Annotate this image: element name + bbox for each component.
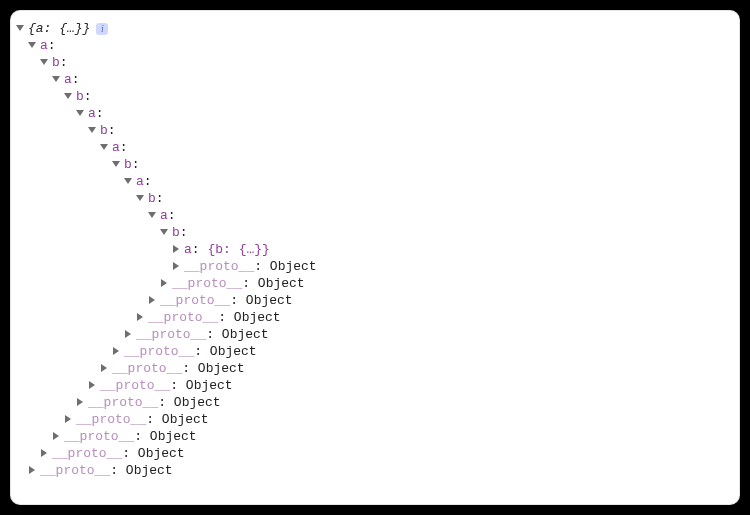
proto-value: Object (210, 344, 257, 359)
chevron-down-icon[interactable] (64, 93, 72, 99)
tree-row[interactable]: __proto__: Object (16, 343, 734, 360)
colon: : (180, 225, 188, 240)
tree-row[interactable]: b: (16, 156, 734, 173)
colon: : (48, 38, 56, 53)
proto-value: Object (138, 446, 185, 461)
chevron-right-icon[interactable] (173, 245, 179, 253)
tree-row[interactable]: b: (16, 224, 734, 241)
tree-row[interactable]: a: (16, 71, 734, 88)
colon: : (146, 412, 162, 427)
chevron-down-icon[interactable] (88, 127, 96, 133)
chevron-right-icon[interactable] (149, 296, 155, 304)
tree-row[interactable]: {a: {…}}i (16, 20, 734, 37)
chevron-right-icon[interactable] (89, 381, 95, 389)
property-key: a (40, 38, 48, 53)
colon: : (206, 327, 222, 342)
tree-row[interactable]: __proto__: Object (16, 360, 734, 377)
colon: : (192, 242, 208, 257)
tree-row[interactable]: a: (16, 37, 734, 54)
tree-row[interactable]: __proto__: Object (16, 445, 734, 462)
chevron-down-icon[interactable] (28, 42, 36, 48)
colon: : (96, 106, 104, 121)
colon: : (242, 276, 258, 291)
proto-value: Object (198, 361, 245, 376)
colon: : (156, 191, 164, 206)
colon: : (108, 123, 116, 138)
tree-row[interactable]: __proto__: Object (16, 462, 734, 479)
chevron-right-icon[interactable] (137, 313, 143, 321)
chevron-right-icon[interactable] (161, 279, 167, 287)
colon: : (182, 361, 198, 376)
colon: : (132, 157, 140, 172)
tree-row[interactable]: __proto__: Object (16, 428, 734, 445)
tree-row[interactable]: b: (16, 122, 734, 139)
chevron-right-icon[interactable] (173, 262, 179, 270)
proto-key: __proto__ (40, 463, 110, 478)
chevron-down-icon[interactable] (112, 161, 120, 167)
proto-value: Object (258, 276, 305, 291)
chevron-right-icon[interactable] (113, 347, 119, 355)
chevron-down-icon[interactable] (76, 110, 84, 116)
object-tree: {a: {…}}ia:b:a:b:a:b:a:b:a:b:a:b:a: {b: … (16, 20, 734, 479)
property-key: b (100, 123, 108, 138)
tree-row[interactable]: __proto__: Object (16, 309, 734, 326)
tree-row[interactable]: __proto__: Object (16, 292, 734, 309)
chevron-down-icon[interactable] (136, 195, 144, 201)
tree-row[interactable]: __proto__: Object (16, 326, 734, 343)
chevron-right-icon[interactable] (65, 415, 71, 423)
proto-key: __proto__ (124, 344, 194, 359)
proto-key: __proto__ (172, 276, 242, 291)
property-key: a (160, 208, 168, 223)
property-key: a (136, 174, 144, 189)
chevron-down-icon[interactable] (148, 212, 156, 218)
tree-row[interactable]: __proto__: Object (16, 258, 734, 275)
proto-key: __proto__ (100, 378, 170, 393)
colon: : (120, 140, 128, 155)
proto-value: Object (186, 378, 233, 393)
colon: : (72, 72, 80, 87)
proto-key: __proto__ (160, 293, 230, 308)
tree-row[interactable]: b: (16, 190, 734, 207)
chevron-down-icon[interactable] (160, 229, 168, 235)
chevron-right-icon[interactable] (125, 330, 131, 338)
proto-value: Object (150, 429, 197, 444)
chevron-down-icon[interactable] (100, 144, 108, 150)
colon: : (218, 310, 234, 325)
proto-key: __proto__ (112, 361, 182, 376)
tree-row[interactable]: a: (16, 139, 734, 156)
property-key: a (112, 140, 120, 155)
tree-row[interactable]: __proto__: Object (16, 275, 734, 292)
proto-key: __proto__ (52, 446, 122, 461)
tree-row[interactable]: a: (16, 207, 734, 224)
proto-key: __proto__ (64, 429, 134, 444)
proto-value: Object (270, 259, 317, 274)
chevron-right-icon[interactable] (41, 449, 47, 457)
chevron-down-icon[interactable] (40, 59, 48, 65)
tree-row[interactable]: a: (16, 173, 734, 190)
proto-value: Object (126, 463, 173, 478)
tree-row[interactable]: b: (16, 54, 734, 71)
tree-row[interactable]: a: {b: {…}} (16, 241, 734, 258)
tree-row[interactable]: __proto__: Object (16, 377, 734, 394)
chevron-down-icon[interactable] (16, 25, 24, 31)
colon: : (158, 395, 174, 410)
root-object-summary: {a: {…}} (28, 21, 90, 36)
info-badge-icon[interactable]: i (96, 23, 108, 35)
chevron-right-icon[interactable] (29, 466, 35, 474)
chevron-right-icon[interactable] (101, 364, 107, 372)
chevron-down-icon[interactable] (52, 76, 60, 82)
colon: : (134, 429, 150, 444)
proto-value: Object (234, 310, 281, 325)
chevron-right-icon[interactable] (53, 432, 59, 440)
colon: : (170, 378, 186, 393)
chevron-right-icon[interactable] (77, 398, 83, 406)
property-key: a (88, 106, 96, 121)
tree-row[interactable]: a: (16, 105, 734, 122)
property-key: b (148, 191, 156, 206)
tree-row[interactable]: __proto__: Object (16, 394, 734, 411)
tree-row[interactable]: b: (16, 88, 734, 105)
proto-key: __proto__ (184, 259, 254, 274)
chevron-down-icon[interactable] (124, 178, 132, 184)
proto-key: __proto__ (88, 395, 158, 410)
tree-row[interactable]: __proto__: Object (16, 411, 734, 428)
